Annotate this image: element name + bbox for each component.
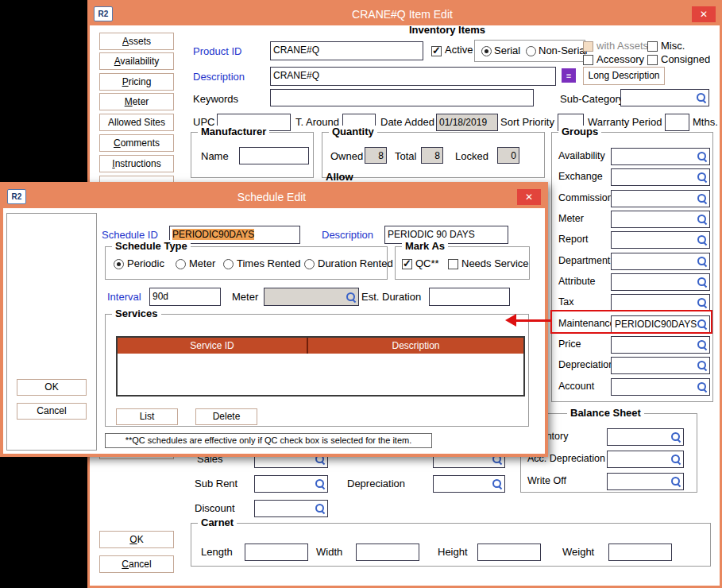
lookup-magnifier-icon[interactable]: [697, 172, 708, 183]
group-row-account: Account: [552, 378, 712, 396]
sub-category-input[interactable]: [620, 89, 709, 106]
inventory-account-input[interactable]: [607, 428, 684, 446]
availability-group-input[interactable]: [611, 148, 710, 165]
group-row-label: Exchange: [558, 171, 603, 182]
locked-value: 0: [497, 147, 519, 164]
owned-label: Owned: [330, 150, 363, 162]
sidebar-item-instructions[interactable]: Instructions: [99, 155, 174, 172]
lookup-magnifier-icon[interactable]: [670, 431, 681, 443]
qc-note: **QC schedules are effective only if QC …: [105, 433, 432, 448]
sub-rent-account-input[interactable]: [254, 475, 328, 493]
sidebar-item-comments[interactable]: Comments: [99, 134, 174, 152]
meter-radio[interactable]: [176, 259, 186, 269]
total-value: 8: [421, 147, 443, 164]
est-duration-input[interactable]: [429, 288, 510, 306]
lookup-magnifier-icon[interactable]: [697, 297, 708, 308]
lookup-magnifier-icon[interactable]: [697, 381, 708, 393]
lookup-magnifier-icon[interactable]: [670, 476, 681, 487]
sidebar-item-allowed-sites[interactable]: Allowed Sites: [99, 114, 174, 131]
accessory-checkbox[interactable]: [583, 55, 593, 65]
serial-label: Serial: [494, 44, 520, 56]
description-input[interactable]: CRANE#Q: [270, 67, 556, 86]
needs-service-checkbox[interactable]: [448, 259, 458, 269]
long-description-button[interactable]: Long Description: [583, 67, 665, 85]
quantity-legend: Quantity: [329, 126, 377, 137]
date-added-label: Date Added: [380, 116, 434, 128]
sidebar-item-availability[interactable]: Availability: [99, 52, 174, 70]
height-input[interactable]: [477, 544, 541, 561]
exchange-group-input[interactable]: [611, 168, 710, 186]
times-rented-radio[interactable]: [223, 259, 234, 269]
lookup-magnifier-icon[interactable]: [697, 339, 708, 350]
active-checkbox[interactable]: [431, 46, 442, 56]
depreciation-account-input[interactable]: [433, 475, 505, 493]
description-label: Description: [193, 71, 245, 83]
cancel-button[interactable]: Cancel: [99, 555, 174, 573]
lookup-magnifier-icon[interactable]: [697, 214, 708, 225]
department-group-input[interactable]: [611, 253, 710, 270]
list-button[interactable]: List: [116, 408, 178, 425]
sidebar-item-meter[interactable]: Meter: [99, 93, 174, 110]
write-off-account-input[interactable]: [607, 473, 684, 490]
warranty-period-input[interactable]: [665, 114, 689, 131]
periodic-radio[interactable]: [114, 259, 124, 269]
lookup-magnifier-icon[interactable]: [315, 503, 326, 514]
services-table-body[interactable]: [118, 354, 523, 395]
tax-group-input[interactable]: [611, 294, 710, 311]
manufacturer-name-input[interactable]: [239, 147, 309, 164]
description-editor-icon[interactable]: ≡: [562, 68, 576, 83]
lookup-magnifier-icon[interactable]: [697, 360, 708, 371]
acc-depreciation-account-input[interactable]: [607, 451, 684, 468]
attribute-group-input[interactable]: [611, 273, 710, 291]
account-group-input[interactable]: [611, 378, 710, 396]
item-edit-title: CRANE#Q Item Edit: [113, 8, 692, 21]
serial-radio[interactable]: [481, 46, 492, 56]
meter-group-input[interactable]: [611, 211, 710, 228]
commission-group-input[interactable]: [611, 190, 710, 207]
length-input[interactable]: [245, 544, 308, 561]
close-icon[interactable]: ✕: [517, 189, 541, 205]
periodic-label: Periodic: [127, 257, 164, 269]
lookup-magnifier-icon[interactable]: [670, 454, 681, 465]
price-group-input[interactable]: [611, 336, 710, 354]
lookup-magnifier-icon[interactable]: [696, 92, 707, 103]
qc-checkbox[interactable]: [402, 259, 412, 269]
interval-input[interactable]: 90d: [149, 288, 221, 306]
owned-value: 8: [365, 147, 387, 164]
sidebar-item-pricing[interactable]: Pricing: [99, 73, 174, 91]
keywords-input[interactable]: [270, 89, 534, 106]
ok-button[interactable]: OK: [99, 531, 174, 548]
lookup-magnifier-icon[interactable]: [697, 151, 708, 162]
lookup-magnifier-icon[interactable]: [492, 478, 503, 489]
schedule-cancel-button[interactable]: Cancel: [17, 403, 87, 420]
lookup-magnifier-icon[interactable]: [346, 292, 357, 303]
width-input[interactable]: [356, 544, 419, 561]
locked-label: Locked: [455, 150, 488, 162]
with-assets-label: with Assets: [597, 40, 648, 52]
lookup-magnifier-icon[interactable]: [315, 478, 326, 489]
lookup-magnifier-icon[interactable]: [697, 234, 708, 246]
delete-button[interactable]: Delete: [195, 408, 257, 425]
services-table-header: Service ID Description: [118, 338, 523, 354]
discount-account-input[interactable]: [254, 500, 328, 517]
service-id-column-header: Service ID: [118, 338, 308, 354]
depreciation-group-input[interactable]: [611, 357, 710, 374]
consigned-checkbox[interactable]: [647, 55, 658, 65]
lookup-magnifier-icon[interactable]: [697, 256, 708, 267]
lookup-magnifier-icon[interactable]: [697, 277, 708, 288]
duration-rented-radio[interactable]: [304, 259, 315, 269]
weight-input[interactable]: [608, 544, 672, 561]
non-serial-radio[interactable]: [526, 46, 536, 56]
product-id-input[interactable]: CRANE#Q: [270, 41, 423, 60]
close-icon[interactable]: ✕: [692, 6, 716, 22]
misc-checkbox[interactable]: [647, 41, 658, 52]
group-row-label: Attribute: [558, 276, 596, 287]
sidebar-item-assets[interactable]: Assets: [99, 33, 174, 50]
lookup-magnifier-icon[interactable]: [697, 193, 708, 204]
with-assets-checkbox[interactable]: [583, 41, 593, 52]
carnet-group: Carnet Length Width Height Weight: [191, 523, 711, 567]
width-label: Width: [316, 546, 342, 558]
report-group-input[interactable]: [611, 231, 710, 249]
schedule-ok-button[interactable]: OK: [17, 379, 87, 396]
maintenance-highlight-rectangle: [550, 310, 712, 334]
